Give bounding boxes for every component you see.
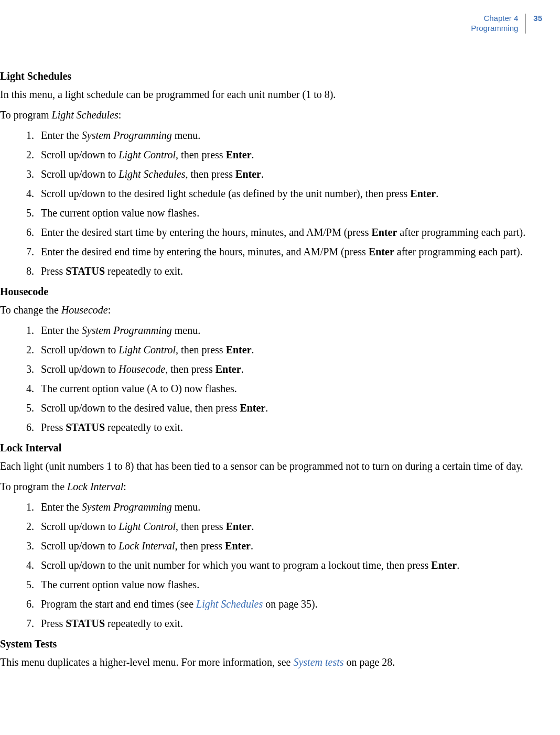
list-item: Enter the desired end time by entering t… <box>37 245 542 259</box>
text: Scroll up/down to <box>41 344 119 355</box>
text-bold: STATUS <box>66 618 105 629</box>
text: , then press <box>176 149 226 160</box>
list-item: The current option value now flashes. <box>37 578 542 592</box>
link-system-tests[interactable]: System tests <box>293 656 343 668</box>
section1-intro: In this menu, a light schedule can be pr… <box>0 88 542 102</box>
list-item: Scroll up/down to Light Control, then pr… <box>37 520 542 534</box>
text-emphasis: Lock Interval <box>119 540 175 552</box>
section-heading-light-schedules: Light Schedules <box>0 70 542 82</box>
text: , then press <box>175 540 225 552</box>
text-emphasis: Lock Interval <box>67 481 123 492</box>
list-item: Enter the desired start time by entering… <box>37 225 542 240</box>
text-bold: Enter <box>431 559 457 571</box>
text: , then press <box>186 168 236 180</box>
header-subtitle: Programming <box>471 24 518 34</box>
text: Scroll up/down to <box>41 149 119 160</box>
list-item: Scroll up/down to the unit number for wh… <box>37 558 542 572</box>
document-page: Chapter 4 Programming 35 Light Schedules… <box>0 0 560 697</box>
text-bold: Enter <box>225 540 251 552</box>
text-emphasis: Light Control <box>119 149 176 160</box>
text: . <box>252 521 254 532</box>
text: repeatedly to exit. <box>105 618 183 629</box>
text-emphasis: Light Control <box>119 344 176 355</box>
list-item: Scroll up/down to Light Control, then pr… <box>37 343 542 357</box>
list-item: Press STATUS repeatedly to exit. <box>37 420 542 435</box>
text: To program <box>0 109 52 121</box>
text: Program the start and end times (see <box>41 598 196 610</box>
section-heading-lock-interval: Lock Interval <box>0 442 542 454</box>
text-bold: STATUS <box>66 265 105 277</box>
text: : <box>119 109 122 121</box>
list-item: Press STATUS repeatedly to exit. <box>37 617 542 631</box>
text: on page 35). <box>263 598 317 610</box>
text: Enter the <box>41 325 82 336</box>
text: Scroll up/down to <box>41 521 119 532</box>
text: , then press <box>176 344 226 355</box>
text: Enter the <box>41 501 82 513</box>
text: menu. <box>172 325 200 336</box>
section-heading-housecode: Housecode <box>0 286 542 298</box>
text: : <box>123 481 126 492</box>
header-chapter-block: Chapter 4 Programming <box>471 14 525 34</box>
text-emphasis: Housecode <box>61 304 108 316</box>
text-emphasis: Light Control <box>119 521 176 532</box>
link-light-schedules[interactable]: Light Schedules <box>196 598 263 610</box>
list-item: Press STATUS repeatedly to exit. <box>37 264 542 278</box>
text: Enter the <box>41 129 82 141</box>
list-item: Enter the System Programming menu. <box>37 128 542 143</box>
text-emphasis: System Programming <box>82 129 172 141</box>
text-bold: Enter <box>226 149 252 160</box>
text: Press <box>41 265 66 277</box>
list-item: Scroll up/down to Light Control, then pr… <box>37 148 542 162</box>
list-item: Program the start and end times (see Lig… <box>37 597 542 611</box>
section1-steps: Enter the System Programming menu. Scrol… <box>0 128 542 278</box>
text: Scroll up/down to the unit number for wh… <box>41 559 431 571</box>
text: Press <box>41 421 66 433</box>
section3-lead: To program the Lock Interval: <box>0 480 542 494</box>
text-bold: Enter <box>226 521 252 532</box>
text: Enter the desired end time by entering t… <box>41 246 369 257</box>
section2-lead: To change the Housecode: <box>0 303 542 317</box>
text: Scroll up/down to <box>41 363 119 375</box>
text: repeatedly to exit. <box>105 265 183 277</box>
list-item: Scroll up/down to Light Schedules, then … <box>37 167 542 181</box>
text: This menu duplicates a higher-level menu… <box>0 656 293 668</box>
text-emphasis: Housecode <box>119 363 165 375</box>
header-chapter-line: Chapter 4 <box>471 14 518 24</box>
text-bold: Enter <box>226 344 252 355</box>
text-emphasis: System Programming <box>82 325 172 336</box>
text: on page 28. <box>344 656 395 668</box>
text: menu. <box>172 501 200 513</box>
section-heading-system-tests: System Tests <box>0 638 542 650</box>
text: : <box>108 304 111 316</box>
text: . <box>252 149 254 160</box>
text: after programming each part). <box>397 226 525 238</box>
section2-steps: Enter the System Programming menu. Scrol… <box>0 323 542 435</box>
text: after programming each part). <box>394 246 523 257</box>
section3-intro: Each light (unit numbers 1 to 8) that ha… <box>0 459 542 473</box>
section4-body: This menu duplicates a higher-level menu… <box>0 655 542 669</box>
text-bold: STATUS <box>66 421 105 433</box>
text-emphasis: Light Schedules <box>52 109 119 121</box>
text: Press <box>41 618 66 629</box>
text: To change the <box>0 304 61 316</box>
text-bold: Enter <box>371 226 397 238</box>
text-emphasis: Light Schedules <box>119 168 185 180</box>
list-item: Scroll up/down to Housecode, then press … <box>37 362 542 376</box>
list-item: Enter the System Programming menu. <box>37 323 542 338</box>
text-bold: Enter <box>240 402 265 414</box>
text-bold: Enter <box>216 363 241 375</box>
text: . <box>265 402 268 414</box>
text: Scroll up/down to <box>41 540 119 552</box>
text-bold: Enter <box>369 246 394 257</box>
text: , then press <box>176 521 226 532</box>
page-header: Chapter 4 Programming 35 <box>0 14 542 34</box>
text-bold: Enter <box>410 188 436 199</box>
list-item: The current option value now flashes. <box>37 206 542 220</box>
text: Enter the desired start time by entering… <box>41 226 371 238</box>
text-emphasis: System Programming <box>82 501 172 513</box>
section1-lead: To program Light Schedules: <box>0 108 542 122</box>
text-bold: Enter <box>235 168 261 180</box>
list-item: Scroll up/down to the desired value, the… <box>37 401 542 415</box>
text: . <box>436 188 438 199</box>
